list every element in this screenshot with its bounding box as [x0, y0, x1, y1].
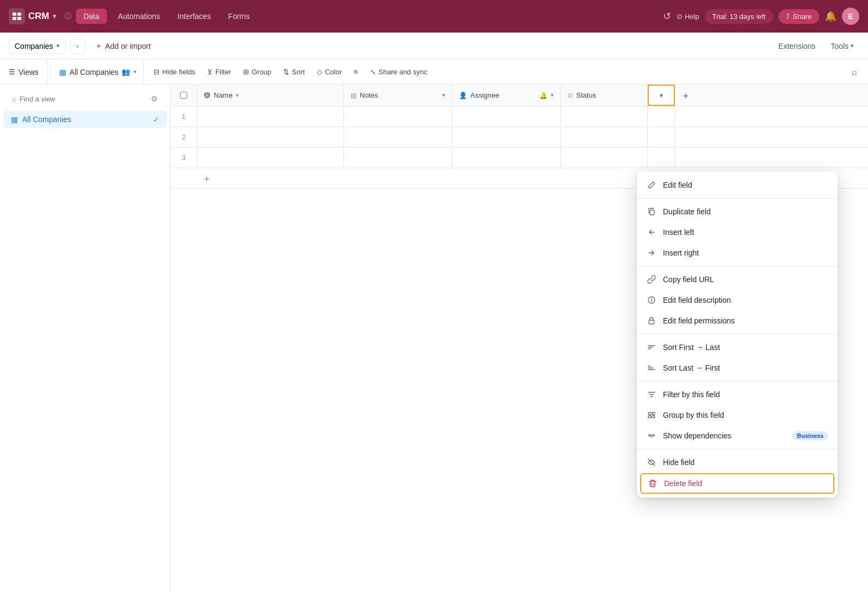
app-chevron-icon: ▾: [53, 12, 56, 20]
row-1-check[interactable]: 1: [170, 106, 197, 126]
name-chevron-icon: ▾: [236, 92, 239, 98]
row-1-status[interactable]: [561, 106, 648, 126]
row-num-2: 2: [182, 133, 186, 141]
th-dropdown-button[interactable]: ▾: [648, 85, 675, 106]
dropdown-chevron-icon: ▾: [660, 92, 663, 99]
svg-rect-8: [652, 412, 655, 415]
menu-item-hide-field[interactable]: Hide field: [637, 452, 838, 473]
menu-item-copy-url[interactable]: Copy field URL: [637, 269, 838, 290]
row-2-assignee[interactable]: [452, 127, 561, 147]
row-3-name[interactable]: [197, 148, 344, 168]
sidebar-item-all-companies[interactable]: ▦ All Companies ✓: [3, 111, 167, 128]
notifications-icon[interactable]: 🔔: [825, 10, 837, 22]
menu-item-duplicate-field[interactable]: Duplicate field: [637, 201, 838, 222]
insert-left-icon: [647, 227, 656, 237]
th-assignee[interactable]: 👤 Assignee 🔔 ▾: [452, 85, 561, 106]
forms-nav-link[interactable]: Forms: [222, 9, 257, 24]
user-avatar[interactable]: E: [842, 8, 859, 25]
menu-item-group-by[interactable]: Group by this field: [637, 405, 838, 425]
find-view-input[interactable]: [20, 95, 148, 103]
add-import-button[interactable]: ＋ Add or import: [90, 39, 156, 54]
app-logo[interactable]: CRM ▾: [9, 8, 56, 24]
add-field-button[interactable]: ＋: [675, 85, 697, 106]
row-1-assignee[interactable]: [452, 106, 561, 126]
th-status[interactable]: ⊙ Status: [561, 85, 648, 106]
svg-rect-10: [652, 416, 655, 418]
tools-chevron-icon: ▾: [851, 42, 854, 49]
add-field-icon: ＋: [681, 89, 691, 102]
row-2-check[interactable]: 2: [170, 127, 197, 147]
svg-rect-3: [17, 17, 21, 20]
help-button[interactable]: ⊙ Help: [676, 12, 699, 21]
context-menu: Edit field Duplicate field Insert left: [637, 171, 838, 498]
data-nav-button[interactable]: Data: [76, 9, 107, 24]
menu-item-edit-field[interactable]: Edit field: [637, 175, 838, 195]
row-1-name[interactable]: [197, 106, 344, 126]
share-sync-button[interactable]: ⤡ Share and sync: [365, 65, 433, 79]
interfaces-nav-link[interactable]: Interfaces: [171, 9, 217, 24]
row-1-notes[interactable]: [344, 106, 452, 126]
row-2-extra: [648, 127, 675, 147]
automations-nav-link[interactable]: Automations: [111, 9, 167, 24]
svg-rect-4: [650, 210, 654, 215]
menu-item-edit-desc[interactable]: Edit field description: [637, 290, 838, 310]
info-icon[interactable]: ⓘ: [65, 11, 72, 21]
add-row-button[interactable]: ＋: [197, 170, 216, 187]
menu-item-edit-perms[interactable]: Edit field permissions: [637, 310, 838, 331]
row-2-name[interactable]: [197, 127, 344, 147]
row-3-assignee[interactable]: [452, 148, 561, 168]
table-area: 🅐 Name ▾ ▤ Notes ▾ 👤 Assignee 🔔 ▾ ⊙ Stat…: [170, 85, 868, 592]
group-by-icon: [647, 410, 656, 420]
more-tabs-button[interactable]: ‹: [70, 39, 85, 54]
color-button[interactable]: ◇ Color: [311, 65, 347, 79]
hide-fields-icon: ⊟: [154, 68, 159, 76]
menu-item-sort-last-first[interactable]: Sort Last → First: [637, 358, 838, 378]
notes-chevron-icon: ▾: [442, 92, 445, 99]
menu-item-filter-by[interactable]: Filter by this field: [637, 384, 838, 405]
filter-button[interactable]: ⊻ Filter: [202, 65, 237, 79]
filter-by-icon: [647, 390, 656, 399]
svg-rect-9: [648, 416, 651, 418]
svg-rect-1: [17, 12, 21, 16]
menu-item-insert-left[interactable]: Insert left: [637, 222, 838, 243]
group-button[interactable]: ⊞ Group: [238, 65, 277, 79]
menu-item-show-deps[interactable]: Show dependencies Business: [637, 425, 838, 446]
sort-asc-icon: [647, 342, 656, 352]
row-2-notes[interactable]: [344, 127, 452, 147]
history-icon[interactable]: ↺: [663, 10, 671, 22]
assignee-bell-icon: 🔔: [539, 92, 547, 99]
row-3-notes[interactable]: [344, 148, 452, 168]
share-button[interactable]: ⤴ Share: [778, 9, 819, 24]
row-2-status[interactable]: [561, 127, 648, 147]
row-3-check[interactable]: 3: [170, 148, 197, 168]
hide-fields-button[interactable]: ⊟ Hide fields: [148, 65, 201, 79]
th-notes[interactable]: ▤ Notes ▾: [344, 85, 452, 106]
sidebar-item-check-icon: ✓: [153, 116, 159, 124]
menu-item-delete-field[interactable]: Delete field: [640, 473, 834, 494]
nav-right-actions: ↺ ⊙ Help Trial: 13 days left ⤴ Share 🔔 E: [663, 8, 859, 25]
views-hamburger-icon: ☰: [9, 68, 15, 76]
sidebar-settings-icon[interactable]: ⚙: [151, 94, 158, 103]
toolbar-divider: [50, 65, 50, 80]
menu-item-insert-right[interactable]: Insert right: [637, 243, 838, 263]
filter-icon: ⊻: [207, 68, 213, 76]
views-toggle[interactable]: ☰ Views: [0, 60, 48, 84]
plus-icon: ＋: [95, 41, 103, 51]
menu-item-sort-first-last[interactable]: Sort First → Last: [637, 337, 838, 358]
row-height-button[interactable]: ≡: [348, 65, 363, 79]
delete-field-icon: [648, 479, 658, 488]
select-all-checkbox[interactable]: [180, 92, 187, 99]
companies-tab[interactable]: Companies ▾: [9, 39, 66, 54]
select-all-cell[interactable]: [170, 85, 197, 106]
tools-button[interactable]: Tools ▾: [825, 39, 859, 53]
sidebar-search-area: ⌕ ⚙: [5, 91, 164, 106]
extensions-button[interactable]: Extensions: [773, 39, 821, 53]
help-circle-icon: ⊙: [676, 12, 682, 21]
search-icon[interactable]: ⌕: [847, 65, 861, 79]
name-sort-icon: 🅐: [204, 92, 210, 99]
row-3-status[interactable]: [561, 148, 648, 168]
th-name[interactable]: 🅐 Name ▾: [197, 85, 344, 106]
main-content: ⌕ ⚙ ▦ All Companies ✓ 🅐 Name ▾ ▤ Notes ▾: [0, 85, 868, 592]
sort-button[interactable]: ⇅ Sort: [278, 65, 310, 79]
all-companies-tab[interactable]: ▦ All Companies 👥 ▾: [53, 60, 144, 84]
